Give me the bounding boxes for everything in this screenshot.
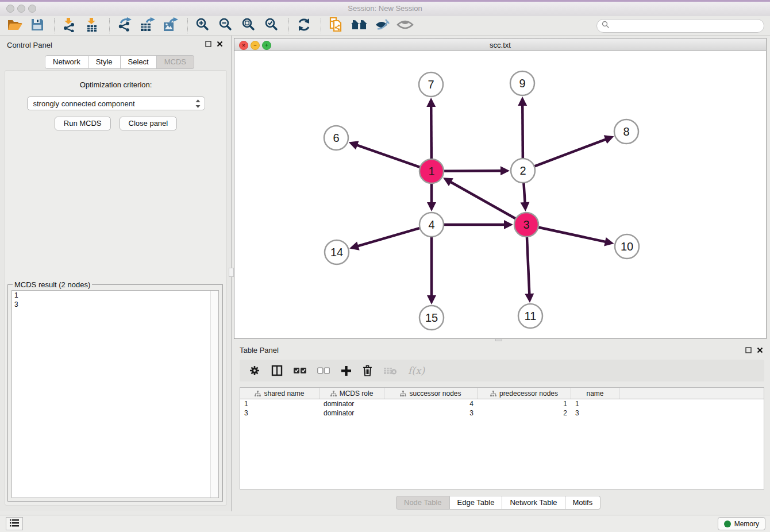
copy-view-icon bbox=[329, 17, 343, 35]
graph-node-label: 14 bbox=[330, 246, 343, 259]
hide-graphics-details-button[interactable] bbox=[374, 18, 391, 34]
close-table-panel-icon[interactable] bbox=[756, 346, 764, 354]
graph-edge-arrowhead bbox=[426, 98, 436, 107]
refresh-view-button[interactable] bbox=[295, 18, 313, 34]
vertical-splitter-grip[interactable] bbox=[229, 268, 234, 277]
search-input[interactable] bbox=[613, 21, 764, 30]
cell-successor-nodes: 3 bbox=[384, 409, 478, 417]
graph-edge-3-11[interactable] bbox=[527, 237, 529, 295]
tab-node-table[interactable]: Node Table bbox=[396, 496, 450, 510]
import-network-button[interactable] bbox=[61, 18, 78, 34]
status-bar: Memory bbox=[0, 515, 770, 532]
result-line: 3 bbox=[12, 300, 218, 309]
save-session-button[interactable] bbox=[29, 18, 46, 34]
graph-node-label: 2 bbox=[519, 164, 526, 177]
run-mcds-button[interactable]: Run MCDS bbox=[55, 117, 111, 130]
graph-edge-arrowhead bbox=[349, 241, 360, 250]
graph-edge-3-10[interactable] bbox=[538, 227, 606, 242]
refresh-icon bbox=[297, 17, 311, 34]
toolbar-separator bbox=[109, 18, 110, 33]
mcds-result-text-area[interactable]: 1 3 bbox=[11, 290, 219, 498]
cell-predecessor-nodes: 2 bbox=[478, 409, 571, 417]
graph-edge-3-1[interactable] bbox=[450, 182, 515, 219]
graph-node-label: 7 bbox=[428, 78, 434, 91]
column-header-name[interactable]: name bbox=[571, 388, 619, 399]
home-layout-button[interactable] bbox=[351, 18, 368, 34]
column-label: MCDS role bbox=[340, 390, 374, 398]
cell-name: 3 bbox=[571, 409, 619, 417]
graph-edge-2-8[interactable] bbox=[534, 139, 607, 167]
node-table-header: shared name MCDS role successor nodes pr… bbox=[240, 388, 764, 399]
toolbar-separator bbox=[187, 18, 188, 33]
add-row-button[interactable] bbox=[341, 365, 352, 376]
graph-edge-2-3[interactable] bbox=[523, 183, 525, 203]
result-scrollbar[interactable] bbox=[210, 291, 218, 498]
graph-node-label: 8 bbox=[623, 125, 629, 138]
table-settings-button[interactable] bbox=[249, 365, 260, 376]
table-row[interactable]: 3 dominator 3 2 3 bbox=[240, 408, 764, 418]
network-graph[interactable]: 7968124314101511 bbox=[234, 51, 766, 338]
graph-edge-2-9[interactable] bbox=[522, 105, 523, 159]
show-graphics-details-button[interactable] bbox=[396, 18, 414, 34]
apply-function-button[interactable]: f(x) bbox=[408, 365, 425, 376]
export-network-button[interactable] bbox=[116, 18, 133, 34]
memory-button[interactable]: Memory bbox=[718, 517, 765, 530]
delete-table-button[interactable] bbox=[383, 366, 397, 375]
node-table[interactable]: shared name MCDS role successor nodes pr… bbox=[240, 387, 764, 489]
tab-select[interactable]: Select bbox=[121, 55, 157, 69]
table-row[interactable]: 1 dominator 4 1 1 bbox=[240, 399, 764, 408]
zoom-fit-button[interactable] bbox=[240, 18, 257, 34]
tab-mcds[interactable]: MCDS bbox=[157, 55, 194, 69]
show-column-button[interactable] bbox=[271, 365, 283, 376]
tab-style[interactable]: Style bbox=[88, 55, 121, 69]
column-header-predecessor-nodes[interactable]: predecessor nodes bbox=[478, 388, 571, 399]
graph-edge-1-7[interactable] bbox=[431, 106, 432, 159]
graph-edge-arrowhead bbox=[518, 97, 527, 106]
tab-network-table[interactable]: Network Table bbox=[502, 496, 565, 510]
copy-current-view-button[interactable] bbox=[328, 18, 345, 34]
tab-edge-table[interactable]: Edge Table bbox=[450, 496, 503, 510]
window-title: Session: New Session bbox=[0, 4, 770, 13]
float-panel-icon[interactable] bbox=[204, 40, 213, 48]
column-header-mcds-role[interactable]: MCDS role bbox=[319, 388, 384, 399]
graph-edge-1-2[interactable] bbox=[444, 171, 502, 171]
graph-node-label: 4 bbox=[428, 218, 434, 231]
tab-motifs[interactable]: Motifs bbox=[565, 496, 601, 510]
select-all-checks-button[interactable] bbox=[294, 367, 306, 374]
graph-edge-4-14[interactable] bbox=[357, 228, 420, 246]
float-table-panel-icon[interactable] bbox=[744, 346, 753, 354]
toolbar-separator bbox=[288, 18, 290, 33]
graph-edge-arrowhead bbox=[349, 141, 359, 149]
column-header-shared-name[interactable]: shared name bbox=[240, 388, 319, 399]
column-label: successor nodes bbox=[409, 390, 461, 398]
column-label: predecessor nodes bbox=[499, 390, 558, 398]
graph-edge-arrowhead bbox=[504, 220, 513, 229]
cell-name: 1 bbox=[571, 400, 619, 408]
double-home-icon bbox=[351, 18, 368, 33]
task-history-button[interactable] bbox=[6, 517, 23, 530]
graph-node-label: 10 bbox=[621, 240, 633, 253]
dropdown-chevrons-icon bbox=[195, 99, 201, 110]
zoom-in-button[interactable] bbox=[194, 18, 211, 34]
list-icon bbox=[10, 519, 19, 529]
criterion-value: strongly connected component bbox=[33, 99, 135, 108]
close-panel-button[interactable]: Close panel bbox=[120, 117, 178, 130]
import-table-button[interactable] bbox=[84, 18, 101, 34]
search-icon bbox=[602, 21, 610, 31]
close-panel-icon[interactable] bbox=[215, 40, 224, 48]
control-panel-header: Control Panel bbox=[0, 36, 231, 54]
export-table-button[interactable] bbox=[139, 18, 156, 34]
network-window-titlebar[interactable]: × − + scc.txt bbox=[234, 38, 766, 51]
zoom-out-button[interactable] bbox=[217, 18, 234, 34]
criterion-dropdown[interactable]: strongly connected component bbox=[27, 97, 205, 110]
optimization-criterion-label: Optimization criterion: bbox=[5, 80, 226, 89]
export-image-button[interactable] bbox=[162, 18, 179, 34]
column-header-successor-nodes[interactable]: successor nodes bbox=[384, 388, 478, 399]
delete-row-button[interactable] bbox=[363, 365, 372, 376]
tab-network[interactable]: Network bbox=[45, 55, 88, 69]
graph-edge-1-6[interactable] bbox=[356, 145, 420, 167]
zoom-selected-button[interactable] bbox=[263, 18, 280, 34]
open-session-button[interactable] bbox=[6, 18, 23, 34]
search-field[interactable] bbox=[596, 19, 764, 33]
deselect-all-checks-button[interactable] bbox=[317, 367, 330, 374]
